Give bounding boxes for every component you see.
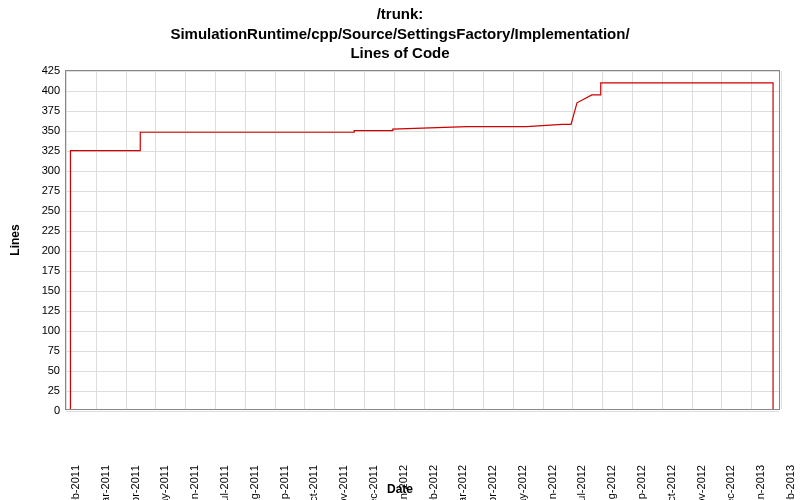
x-tick-label: Nov-2012 (695, 465, 707, 500)
x-tick-label: Oct-2011 (307, 465, 319, 500)
x-tick-label: Jul-2012 (575, 465, 587, 500)
x-tick-label: Jun-2011 (188, 465, 200, 500)
x-tick-label: Feb-2013 (784, 465, 796, 500)
y-tick-label: 150 (20, 284, 60, 296)
y-tick-label: 275 (20, 184, 60, 196)
y-tick-label: 25 (20, 384, 60, 396)
title-line2: SimulationRuntime/cpp/Source/SettingsFac… (0, 24, 800, 44)
x-tick-label: Nov-2011 (337, 465, 349, 500)
y-tick-label: 125 (20, 304, 60, 316)
x-tick-label: Jun-2012 (546, 465, 558, 500)
y-tick-label: 200 (20, 244, 60, 256)
x-tick-label: Jan-2012 (397, 465, 409, 500)
y-tick-label: 225 (20, 224, 60, 236)
x-tick-label: Feb-2011 (69, 465, 81, 500)
chart-title: /trunk: SimulationRuntime/cpp/Source/Set… (0, 0, 800, 63)
x-tick-label: Feb-2012 (427, 465, 439, 500)
x-tick-label: Jul-2011 (218, 465, 230, 500)
y-tick-label: 100 (20, 324, 60, 336)
x-tick-label: Aug-2011 (248, 465, 260, 500)
y-tick-label: 0 (20, 404, 60, 416)
x-tick-label: Aug-2012 (605, 465, 617, 500)
x-tick-label: Mar-2011 (99, 465, 111, 500)
data-line (66, 71, 779, 409)
x-tick-label: Dec-2012 (724, 465, 736, 500)
title-line3: Lines of Code (0, 43, 800, 63)
y-tick-label: 400 (20, 84, 60, 96)
x-tick-label: Jan-2013 (754, 465, 766, 500)
x-tick-label: Dec-2011 (367, 465, 379, 500)
x-tick-label: May-2012 (516, 465, 528, 500)
x-tick-label: Oct-2012 (665, 465, 677, 500)
gridline-h (66, 411, 779, 412)
y-tick-label: 50 (20, 364, 60, 376)
y-tick-label: 75 (20, 344, 60, 356)
x-tick-label: Sep-2011 (278, 465, 290, 500)
y-tick-label: 325 (20, 144, 60, 156)
title-line1: /trunk: (0, 4, 800, 24)
y-tick-label: 425 (20, 64, 60, 76)
y-tick-label: 175 (20, 264, 60, 276)
chart-container: /trunk: SimulationRuntime/cpp/Source/Set… (0, 0, 800, 500)
x-tick-label: Sep-2012 (635, 465, 647, 500)
x-tick-label: May-2011 (158, 465, 170, 500)
y-tick-label: 350 (20, 124, 60, 136)
x-tick-label: Apr-2011 (129, 465, 141, 500)
x-tick-label: Apr-2012 (486, 465, 498, 500)
y-tick-label: 375 (20, 104, 60, 116)
y-tick-label: 250 (20, 204, 60, 216)
y-tick-label: 300 (20, 164, 60, 176)
gridline-v (781, 71, 782, 409)
plot-area (65, 70, 780, 410)
x-tick-label: Mar-2012 (456, 465, 468, 500)
